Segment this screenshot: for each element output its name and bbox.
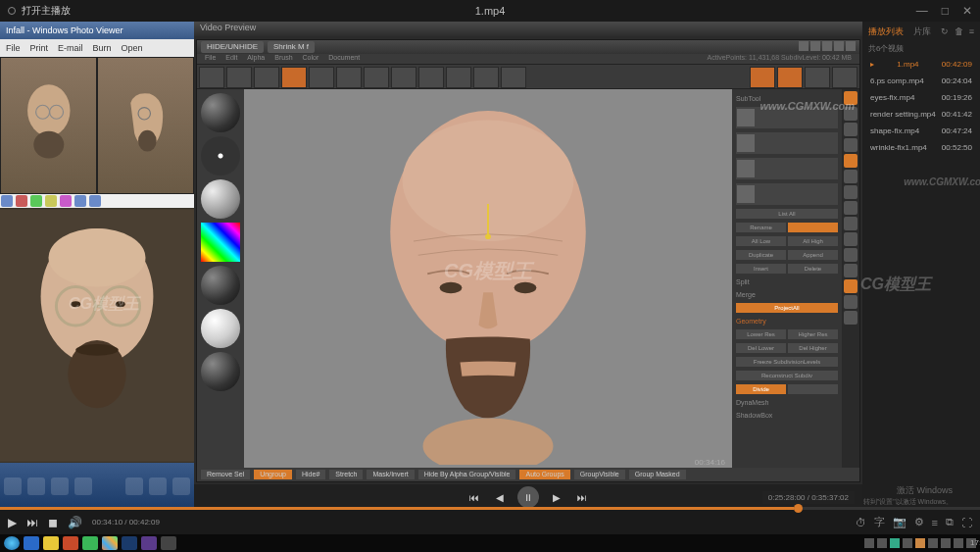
taskbar[interactable]: 17:17 [0,534,980,552]
zbrush-chip-1[interactable]: HIDE/UNHIDE [201,41,264,53]
zbrush-right-tray[interactable]: SubTool List All Rename All Low All High [732,89,859,468]
zb-btn-0[interactable]: Remove Sel [201,470,250,479]
next-track-icon[interactable]: ⏭ [26,516,38,529]
zb-btn-8[interactable]: Group Masked [629,470,686,479]
zb-btn-5[interactable]: Hide By Alpha Group/Visible [418,470,516,479]
zbrush-shelf[interactable] [197,64,859,89]
taskbar-app[interactable] [82,536,98,550]
loop-icon[interactable]: ↻ [941,26,949,36]
zb-btn-3[interactable]: Stretch [329,470,363,479]
taskbar-explorer[interactable] [43,536,59,550]
start-button[interactable] [4,536,20,550]
speed-icon[interactable]: ⏱ [856,517,866,528]
menu-email[interactable]: E-mail [58,43,83,53]
zb-menu-edit[interactable]: Edit [225,54,237,64]
lbl-dynamesh[interactable]: DynaMesh [736,399,838,406]
rewind-icon[interactable]: ◀ [492,489,508,505]
next-icon[interactable]: ⏭ [574,489,590,505]
zbrush-menu[interactable]: File Edit Alpha Brush Color Document Act… [197,54,859,64]
material-preview-1[interactable] [201,266,240,305]
tab-library[interactable]: 片库 [913,25,931,38]
alpha-preview[interactable] [201,179,240,219]
lbl-merge[interactable]: Merge [736,291,838,298]
subtool-item[interactable] [736,132,838,154]
btn-all-low[interactable]: All Low [736,236,786,246]
maximize-icon[interactable]: □ [942,4,949,18]
btn-all-high[interactable]: All High [788,236,838,246]
material-preview-2[interactable] [201,309,240,348]
taskbar-app[interactable] [63,536,78,550]
zb-btn-1[interactable]: Ungroup [254,470,292,479]
btn-higher-res[interactable]: Higher Res [788,329,838,339]
btn-divide[interactable]: Divide [736,384,786,394]
close-icon[interactable]: ✕ [962,4,972,18]
zb-btn-2[interactable]: Hide# [296,470,325,479]
zb-menu-file[interactable]: File [205,54,216,64]
minimize-icon[interactable]: — [916,4,928,18]
zbrush-window-controls[interactable] [799,41,856,53]
photo-viewer-controls[interactable] [0,463,194,510]
playlist-item[interactable]: eyes-fix.mp400:19:26 [862,89,980,106]
zb-menu-doc[interactable]: Document [328,54,360,64]
subtool-item[interactable] [736,107,838,128]
volume-icon[interactable]: 🔊 [68,516,82,529]
forward-icon[interactable]: ▶ [549,489,564,505]
settings-icon[interactable]: ⚙ [914,516,924,528]
btn-duplicate[interactable]: Duplicate [736,250,786,260]
btn-delete[interactable]: Delete [788,264,838,274]
lbl-geometry[interactable]: Geometry [736,318,838,325]
btn-auto[interactable] [788,223,838,232]
system-tray[interactable]: 17:17 [864,538,976,548]
subtool-item[interactable] [736,183,838,205]
menu-open[interactable]: Open [122,43,143,53]
tab-playlist[interactable]: 播放列表 [868,25,904,38]
photo-viewer-menu[interactable]: File Print E-mail Burn Open [0,39,194,57]
color-picker[interactable] [201,223,240,262]
btn-smt[interactable] [788,384,838,394]
zb-btn-7[interactable]: GroupVisible [574,470,625,479]
zbrush-left-tray[interactable] [197,89,244,468]
zbrush-right-icons[interactable] [842,89,859,468]
subtool-header[interactable]: SubTool [736,95,838,102]
playlist-item[interactable]: 1.mp400:42:09 [862,56,980,73]
list-icon[interactable]: ≡ [932,517,938,528]
zb-btn-6[interactable]: Auto Groups [519,470,569,479]
btn-reconstruct[interactable]: Reconstruct Subdiv [736,371,838,380]
material-preview-3[interactable] [201,352,240,391]
playlist-item[interactable]: wrinkle-fix1.mp400:52:50 [862,139,980,156]
lbl-shadowbox[interactable]: ShadowBox [736,412,838,419]
zb-menu-color[interactable]: Color [303,54,319,64]
stroke-preview[interactable] [201,136,240,176]
photo-viewer-toolbar[interactable] [0,194,194,208]
playlist-item[interactable]: render setting.mp400:41:42 [862,106,980,123]
lbl-split[interactable]: Split [736,278,838,285]
playlist-item[interactable]: shape-fix.mp400:47:24 [862,123,980,139]
menu-file[interactable]: File [6,43,21,53]
btn-append[interactable]: Append [788,250,838,260]
btn-insert[interactable]: Insert [736,264,786,274]
playlist-item[interactable]: 6.ps comp.mp400:24:04 [862,73,980,89]
progress-bar[interactable] [0,507,980,510]
zbrush-bottom-bar[interactable]: Remove Sel Ungroup Hide# Stretch Mask/In… [197,468,859,481]
play-icon[interactable]: ▶ [8,516,17,529]
btn-lower-res[interactable]: Lower Res [736,329,786,339]
subtitle-icon[interactable]: 字 [874,515,885,529]
taskbar-app[interactable] [161,536,176,550]
menu-icon[interactable]: ≡ [969,26,974,36]
zbrush-chip-2[interactable]: Shrink M f [268,41,315,53]
taskbar-clock[interactable]: 17:17 [966,538,976,548]
taskbar-ie[interactable] [24,536,39,550]
zb-btn-4[interactable]: Mask/Invert [367,470,414,479]
btn-project[interactable]: ProjectAll [736,303,838,313]
snapshot-icon[interactable]: 📷 [893,516,906,528]
taskbar-chrome[interactable] [102,536,118,550]
menu-print[interactable]: Print [30,43,49,53]
taskbar-app[interactable] [141,536,157,550]
btn-freeze[interactable]: Freeze SubdivisionLevels [736,357,838,367]
btn-list-all[interactable]: List All [736,209,838,219]
prev-icon[interactable]: ⏮ [466,489,482,505]
brush-preview[interactable] [201,93,240,132]
pip-icon[interactable]: ⧉ [946,516,954,528]
menu-burn[interactable]: Burn [93,43,112,53]
subtool-item[interactable] [736,158,838,179]
